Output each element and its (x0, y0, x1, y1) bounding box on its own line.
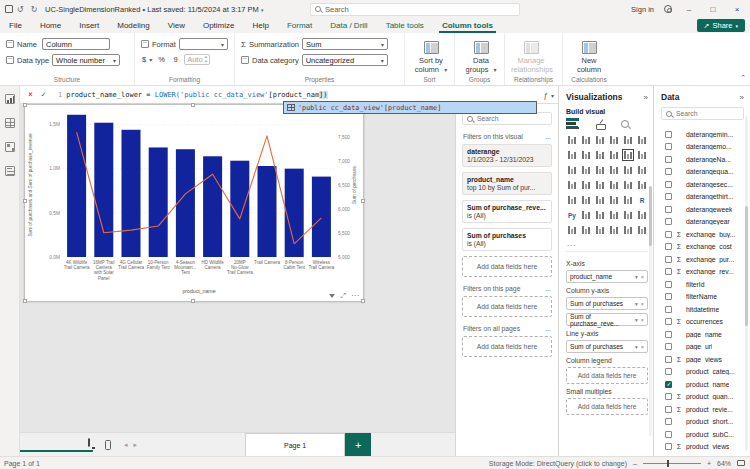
data-field-row[interactable]: product_name (661, 378, 744, 391)
add-data-fields-dropzone[interactable]: Add data fields here (566, 367, 648, 384)
scatter-chart-icon[interactable] (594, 164, 606, 176)
build-visual-tab-icon[interactable] (566, 118, 579, 129)
zoom-slider[interactable] (643, 463, 701, 464)
azure-map-icon[interactable] (608, 179, 620, 191)
key-influencers-icon[interactable] (580, 209, 592, 221)
ribbon-chart-icon[interactable] (636, 149, 648, 161)
autocomplete-suggestion[interactable]: 'public cc_data_view'[product_name] (298, 104, 441, 112)
get-more-visuals-icon[interactable]: ... (567, 239, 648, 248)
data-field-row[interactable]: daterangeyear (661, 216, 744, 229)
data-field-row[interactable]: product_short... (661, 416, 744, 429)
tab-view[interactable]: View (159, 18, 194, 33)
data-field-row[interactable]: hitdatetime (661, 303, 744, 316)
redo-icon[interactable]: ↻ (27, 5, 41, 14)
paginated-report-icon[interactable] (566, 224, 578, 236)
formula-autocomplete-popup[interactable]: 'public cc_data_view'[product_name] (283, 101, 537, 114)
100-stacked-bar-chart-icon[interactable] (622, 134, 634, 146)
thousands-separator-button[interactable]: 9 (170, 54, 181, 65)
metrics-icon[interactable] (636, 209, 648, 221)
filter-card[interactable]: daterange1/1/2023 - 12/31/2023 (462, 144, 552, 167)
line-chart-icon[interactable] (566, 149, 578, 161)
treemap-icon[interactable] (636, 164, 648, 176)
resize-handle[interactable] (361, 199, 365, 203)
tab-file[interactable]: File (0, 18, 31, 33)
data-search-input[interactable] (676, 110, 736, 117)
field-pill[interactable]: Sum of purchases▾× (566, 340, 648, 353)
kpi-icon[interactable] (580, 194, 592, 206)
report-view-icon[interactable] (5, 94, 15, 104)
funnel-chart-icon[interactable] (580, 164, 592, 176)
data-field-row[interactable]: daterangemin... (661, 128, 744, 141)
remove-field-icon[interactable]: × (641, 274, 644, 280)
minimize-button[interactable]: – (682, 5, 696, 14)
model-view-icon[interactable] (5, 142, 15, 152)
python-visual-icon[interactable]: Py (566, 209, 578, 221)
desktop-layout-tab[interactable] (20, 437, 93, 452)
field-checkbox[interactable] (665, 293, 672, 300)
field-checkbox[interactable] (665, 131, 672, 138)
data-field-row[interactable]: filterId (661, 278, 744, 291)
global-search-input[interactable]: Search (310, 3, 520, 16)
100-stacked-column-chart-icon[interactable] (636, 134, 648, 146)
previous-page-icon[interactable]: ◂ (124, 441, 128, 449)
field-checkbox[interactable] (665, 218, 672, 225)
tab-table-tools[interactable]: Table tools (377, 18, 433, 33)
data-field-row[interactable]: Σexchange_pur... (661, 253, 744, 266)
collapse-visualizations-icon[interactable]: » (644, 93, 648, 102)
page-tab[interactable]: Page 1 (245, 433, 345, 457)
zoom-slider-thumb[interactable] (667, 460, 669, 467)
summarization-dropdown[interactable]: Sum▾ (302, 38, 388, 50)
gauge-icon[interactable] (622, 179, 634, 191)
data-field-row[interactable]: Σproduct_views (661, 441, 744, 454)
data-field-row[interactable]: daterangesec... (661, 178, 744, 191)
close-button[interactable]: × (730, 5, 744, 14)
stacked-column-chart-icon[interactable] (580, 134, 592, 146)
data-category-dropdown[interactable]: Uncategorized▾ (302, 54, 388, 66)
resize-handle[interactable] (23, 299, 27, 303)
field-dropdown-icon[interactable]: ▾ (635, 344, 638, 350)
tab-modeling[interactable]: Modeling (108, 18, 158, 33)
tab-data-drill[interactable]: Data / Drill (321, 18, 376, 33)
field-dropdown-icon[interactable]: ▾ (635, 274, 638, 280)
formula-expand-icon[interactable]: ▾ (551, 92, 554, 99)
resize-handle[interactable] (23, 103, 27, 107)
save-icon[interactable] (5, 5, 13, 13)
data-search[interactable] (661, 107, 744, 120)
maximize-button[interactable]: □ (706, 5, 720, 14)
field-checkbox[interactable] (665, 193, 672, 200)
filter-card[interactable]: Sum of purchasesis (All) (462, 228, 552, 251)
field-checkbox[interactable] (665, 168, 672, 175)
remove-field-icon[interactable]: × (641, 301, 644, 307)
field-checkbox[interactable] (665, 343, 672, 350)
field-checkbox[interactable] (665, 318, 672, 325)
data-field-row[interactable]: product_categ... (661, 366, 744, 379)
qna-icon[interactable] (608, 209, 620, 221)
format-dropdown[interactable]: ▾ (179, 38, 228, 50)
table-icon[interactable] (608, 194, 620, 206)
account-icon[interactable] (664, 5, 672, 13)
currency-button[interactable]: $▾ (141, 54, 153, 65)
multi-row-card-icon[interactable] (566, 194, 578, 206)
tab-help[interactable]: Help (243, 18, 277, 33)
stacked-bar-chart-icon[interactable] (566, 134, 578, 146)
data-field-row[interactable]: page_url (661, 341, 744, 354)
data-field-row[interactable]: Σproduct_quan... (661, 391, 744, 404)
field-checkbox[interactable] (665, 393, 672, 400)
field-checkbox[interactable] (665, 206, 672, 213)
field-checkbox[interactable] (665, 281, 672, 288)
share-button[interactable]: ↗ Share ▾ (697, 19, 745, 32)
formula-cancel-icon[interactable]: × (24, 90, 37, 99)
visual-filter-icon[interactable] (329, 294, 335, 298)
field-checkbox[interactable] (665, 356, 672, 363)
pie-chart-icon[interactable] (608, 164, 620, 176)
name-input[interactable]: Column (42, 38, 110, 50)
data-field-row[interactable]: Σexchange_rev... (661, 266, 744, 279)
field-pill[interactable]: Sum of purchases▾× (566, 297, 648, 310)
decomposition-tree-icon[interactable] (594, 209, 606, 221)
field-pill[interactable]: product_name▾× (566, 270, 648, 283)
field-checkbox[interactable] (665, 268, 672, 275)
data-field-row[interactable]: filterName (661, 291, 744, 304)
dax-query-view-icon[interactable] (5, 166, 15, 176)
fit-to-page-icon[interactable] (737, 460, 745, 466)
report-page[interactable]: 0.0M0.5M1.0M1.5M5,0005,5006,0006,5007,00… (24, 104, 364, 302)
